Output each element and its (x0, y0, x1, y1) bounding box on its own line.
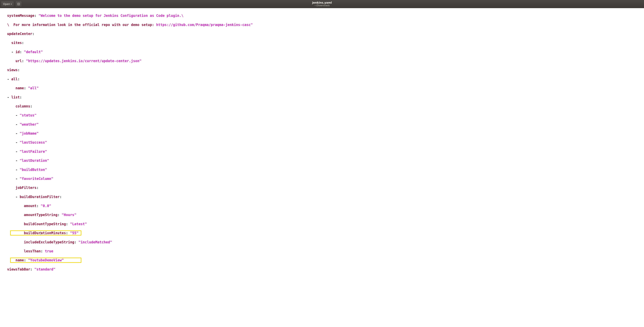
code-line: name: "YoutubeDemoView" (3, 258, 641, 263)
code-line: - id: "default" (3, 50, 641, 54)
open-button-label: Open (3, 2, 10, 5)
code-line: - "status" (3, 113, 641, 118)
window-title: jenkins.yaml (312, 1, 332, 4)
code-line: - list: (3, 95, 641, 100)
code-line: - "buildButton" (3, 168, 641, 172)
code-line: includeExcludeTypeString: "includeMatche… (3, 240, 641, 245)
code-line: - "lastFailure" (3, 149, 641, 154)
code-line: url: "https://updates.jenkins.io/current… (3, 59, 641, 63)
window-header: Open ▾ jenkins.yaml ~/Downloads (0, 0, 644, 8)
code-line: sites: (3, 41, 641, 45)
code-line: - "lastSuccess" (3, 140, 641, 145)
code-line: - "weather" (3, 122, 641, 127)
window-subtitle: ~/Downloads (312, 4, 332, 7)
code-line: updateCenter: (3, 32, 641, 36)
code-line: - "jobName" (3, 131, 641, 136)
code-line: \ For more information look in the offic… (3, 23, 641, 27)
open-button[interactable]: Open ▾ (1, 1, 14, 7)
new-tab-button[interactable] (16, 1, 22, 7)
code-line: lessThan: true (3, 249, 641, 254)
code-line: amount: "0.0" (3, 204, 641, 208)
code-line: amountTypeString: "Hours" (3, 213, 641, 217)
code-line: - "favoriteColumn" (3, 177, 641, 181)
title-block: jenkins.yaml ~/Downloads (312, 1, 332, 7)
code-line: - "lastDuration" (3, 158, 641, 163)
code-line: systemMessage: "Welcome to the demo setu… (3, 13, 641, 18)
code-line: name: "all" (3, 86, 641, 90)
code-line: buildDurationMinutes: "55" (3, 231, 641, 235)
new-tab-icon (17, 2, 20, 5)
code-line: jobFilters: (3, 186, 641, 190)
code-line: - all: (3, 77, 641, 81)
text-editor[interactable]: systemMessage: "Welcome to the demo setu… (0, 8, 644, 296)
code-line: buildCountTypeString: "Latest" (3, 222, 641, 226)
code-line: views: (3, 68, 641, 72)
code-line: columns: (3, 104, 641, 109)
chevron-down-icon: ▾ (11, 3, 12, 5)
code-line: viewsTabBar: "standard" (3, 267, 641, 272)
code-line: - buildDurationFilter: (3, 195, 641, 199)
